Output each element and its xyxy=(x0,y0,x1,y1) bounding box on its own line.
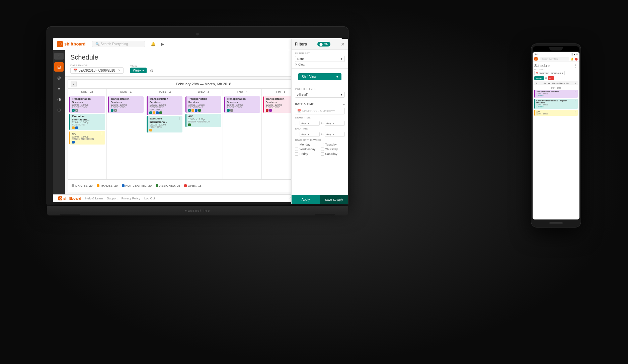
phone-cal-prev[interactable]: ‹ xyxy=(536,82,537,85)
phone-shift-more[interactable]: ⋮ xyxy=(574,91,576,94)
thursday-label: Thursday xyxy=(325,148,338,151)
phone-record-icon[interactable]: ⬤ xyxy=(575,58,578,61)
play-icon[interactable]: ▶ xyxy=(159,41,166,48)
sidebar-item-3[interactable]: ◑ xyxy=(54,94,64,104)
date-range-input[interactable]: 📅 02/03/2018 - 03/06/2018 ✕ xyxy=(70,67,124,74)
shift-card[interactable]: Transportation Services ⋮ 12:00a - 12:00… xyxy=(108,96,144,113)
phone-shift-card[interactable]: Transportation Services 12:00a - 12:00p … xyxy=(534,90,578,98)
phone-bell-icon[interactable]: 🔔 xyxy=(570,58,574,61)
phone-calendar-icon: 📅 xyxy=(536,72,538,74)
friday-checkbox[interactable] xyxy=(295,152,298,156)
thursday-checkbox[interactable] xyxy=(321,148,324,151)
phone-cal-nav: ‹ February 28th — March, 6th › xyxy=(534,81,578,85)
help-link[interactable]: Help & Learn xyxy=(85,197,103,200)
profile-type-select[interactable]: All Staff ▾ xyxy=(295,92,342,98)
phone-more-icon[interactable]: ⋮ xyxy=(574,63,578,68)
phone-shift-more[interactable]: ⋮ xyxy=(574,111,576,114)
icon-dot xyxy=(75,126,78,129)
shift-card[interactable]: Executive Internationa... ⋮ 12:00a - 12:… xyxy=(69,114,105,130)
not-verified-label: NOT VERIFIED: xyxy=(126,184,147,187)
shift-card[interactable]: Executive Internationa... ⋮ 12:00a - 12:… xyxy=(147,116,182,132)
logout-link[interactable]: Log Out xyxy=(144,197,155,200)
footer-assigned: ASSIGNED: 25 xyxy=(156,184,180,187)
phone-date-range-label: DATE RANGE xyxy=(534,69,578,71)
shift-card[interactable]: A/V ⋮ 12:00a - 12:00p RANDY ANDERSON xyxy=(69,131,105,145)
date-range-value: 02/03/2018 - 03/06/2018 xyxy=(79,69,115,72)
sidebar-item-1[interactable]: ◎ xyxy=(54,73,64,82)
settings-icon[interactable]: ⚙ xyxy=(150,69,154,73)
bell-icon[interactable]: 🔔 xyxy=(150,41,157,48)
calendar-icon: 📅 xyxy=(297,109,301,113)
phone-wifi-icon: ▲ xyxy=(573,53,575,55)
laptop-foot-right xyxy=(315,214,335,215)
wednesday-label: Wednesday xyxy=(300,148,315,151)
phone-status-icons: ▐ ▲ ▮ xyxy=(571,53,577,55)
phone-search-placeholder: Search Everything xyxy=(542,58,558,60)
sidebar: › ⊞ ◎ ≡ ◑ ⊙ xyxy=(53,50,65,194)
end-time-checkbox[interactable] xyxy=(295,133,298,136)
sidebar-item-4[interactable]: ⊙ xyxy=(54,105,64,114)
shift-card[interactable]: Transportation Services ⋮ 12:00a - 12:00… xyxy=(224,96,260,113)
support-link[interactable]: Support xyxy=(107,197,117,200)
laptop-camera xyxy=(196,33,199,35)
cal-prev-button[interactable]: ‹ xyxy=(71,81,77,87)
phone-date-input[interactable]: 📅 02/03/2018 - 03/06/2018 ✕ xyxy=(534,71,565,75)
shift-view-button[interactable]: Shift View ▾ xyxy=(298,73,341,80)
day-friday: Friday xyxy=(295,152,319,156)
logo-area: ⬡ shiftboard xyxy=(57,41,86,47)
phone-notch xyxy=(549,47,563,51)
date-range-label: DATE RANGE xyxy=(70,64,124,67)
sidebar-toggle[interactable]: › xyxy=(54,53,64,60)
shift-view-label: Shift View xyxy=(302,75,316,79)
phone-shift-card[interactable]: A/V 12:00a - 12:00p ⋮ xyxy=(534,110,578,116)
clear-x: ✕ xyxy=(295,63,298,66)
saturday-checkbox[interactable] xyxy=(321,152,324,156)
logo-text: shiftboard xyxy=(64,41,86,47)
view-select[interactable]: Week ▾ xyxy=(130,68,147,73)
start-time-from[interactable]: Any...▾ xyxy=(300,121,320,126)
clear-button[interactable]: ✕ Clear xyxy=(295,63,342,66)
phone-shift-more[interactable]: ⋮ xyxy=(574,100,576,103)
sidebar-item-schedule[interactable]: ⊞ xyxy=(54,62,64,72)
phone-shift-card[interactable]: Executive International Program Relation… xyxy=(534,99,578,109)
shift-card[interactable]: A/V ⋮ 12:00a - 12:00p RANDY ANDERSON xyxy=(185,114,221,127)
end-time-from[interactable]: Any...▾ xyxy=(300,132,320,137)
phone: 9:41 ▐ ▲ ▮ ⬡ Search Everything xyxy=(531,43,581,227)
start-time-checkbox[interactable] xyxy=(295,122,298,125)
profile-type-label: PROFILE TYPE xyxy=(295,87,342,91)
drafts-label: DRAFTS: xyxy=(75,184,88,187)
phone-date-clear[interactable]: ✕ xyxy=(561,72,563,74)
date-range-filter-input[interactable]: 📅 MM/DD/YY - MM/DD/YY xyxy=(295,108,342,114)
view-label: VIEW xyxy=(130,64,154,67)
end-time-to[interactable]: Any...▾ xyxy=(325,132,342,137)
shift-card[interactable]: Transportation Services ⋮ 12:00a - 12:00… xyxy=(69,96,105,113)
privacy-link[interactable]: Privacy Policy xyxy=(122,197,140,200)
shift-card[interactable]: Transportation Services ⋮ 12:00a - 12:00… xyxy=(185,96,221,113)
laptop-brand: MacBook Pro xyxy=(185,209,210,212)
filter-set-select[interactable]: None ▾ xyxy=(295,56,342,62)
phone-cal-next[interactable]: › xyxy=(575,82,576,85)
monday-checkbox[interactable] xyxy=(295,143,298,146)
phone-signal-icon: ▐ xyxy=(571,53,572,55)
trades-dot xyxy=(97,184,99,187)
phone-gear-icon[interactable]: ⚙ xyxy=(545,77,547,80)
date-clear[interactable]: ✕ xyxy=(118,69,121,72)
shift-card[interactable]: Transportation Services ⋮ 12:00a - 12:00… xyxy=(147,96,182,115)
open-count: 15 xyxy=(198,184,202,187)
assigned-dot xyxy=(156,184,158,187)
trades-label: TRADES: xyxy=(100,184,113,187)
phone-filter-btn[interactable]: ⊞ T xyxy=(548,76,554,80)
phone-week-btn[interactable]: Week ▾ xyxy=(534,76,544,80)
laptop: ⬡ shiftboard 🔍 Search Everything 🔔 ▶ xyxy=(47,27,348,215)
phone-search[interactable]: Search Everything xyxy=(540,57,569,61)
drafts-dot xyxy=(72,184,74,187)
tuesday-checkbox[interactable] xyxy=(321,143,324,146)
wednesday-checkbox[interactable] xyxy=(295,148,298,151)
phone-view-row: Week ▾ ⚙ ⊞ T xyxy=(534,76,578,80)
sidebar-item-2[interactable]: ≡ xyxy=(54,84,64,93)
phone-home-indicator xyxy=(549,222,563,223)
search-box[interactable]: 🔍 Search Everything xyxy=(92,41,145,47)
start-time-to[interactable]: Any...▾ xyxy=(325,121,342,126)
more-icon: ⋮ xyxy=(100,97,103,101)
assigned-label: ASSIGNED: xyxy=(159,184,176,187)
